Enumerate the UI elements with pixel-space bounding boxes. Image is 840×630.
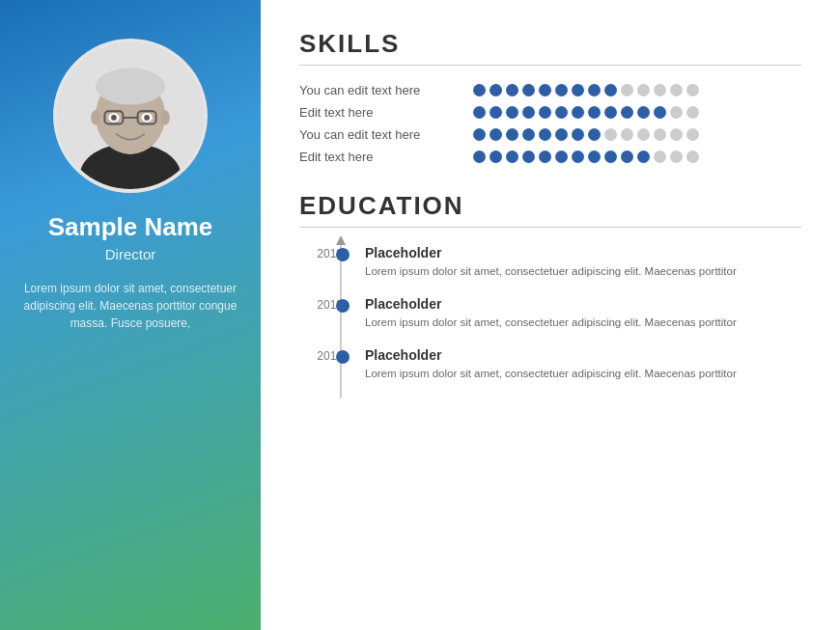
- person-bio: Lorem ipsum dolor sit amet, consectetuer…: [19, 280, 241, 332]
- dot-filled: [604, 151, 617, 163]
- dot-empty: [654, 84, 666, 96]
- dot-filled: [555, 84, 568, 96]
- skill-row: Edit text here: [299, 150, 801, 164]
- dot-empty: [686, 151, 699, 163]
- dot-empty: [670, 106, 683, 119]
- person-title: Director: [105, 246, 156, 262]
- dot-filled: [555, 106, 568, 119]
- dot-filled: [572, 84, 584, 96]
- dot-empty: [637, 128, 650, 141]
- skill-dots: [473, 84, 699, 96]
- dot-filled: [539, 106, 551, 119]
- dot-empty: [670, 151, 683, 163]
- dot-filled: [637, 106, 650, 119]
- dot-filled: [621, 106, 633, 119]
- dot-filled: [539, 84, 551, 96]
- dot-empty: [621, 84, 633, 96]
- dot-filled: [490, 128, 502, 141]
- skill-dots: [473, 128, 699, 141]
- education-section: EDUCATION 2013PlaceholderLorem ipsum dol…: [299, 191, 801, 611]
- svg-point-12: [91, 110, 100, 124]
- timeline-content: PlaceholderLorem ipsum dolor sit amet, c…: [357, 245, 737, 279]
- dot-empty: [686, 106, 699, 119]
- timeline-desc: Lorem ipsum dolor sit amet, consectetuer…: [365, 366, 737, 381]
- person-name: Sample Name: [48, 212, 213, 242]
- dot-filled: [473, 128, 486, 141]
- timeline-heading: Placeholder: [365, 347, 737, 363]
- dot-filled: [522, 151, 535, 163]
- skill-row: You can edit text here: [299, 83, 801, 97]
- dot-empty: [604, 128, 617, 141]
- dot-filled: [637, 151, 650, 163]
- dot-empty: [686, 84, 699, 96]
- timeline-dot: [336, 299, 350, 313]
- timeline-dot: [336, 248, 350, 261]
- dot-empty: [654, 151, 666, 163]
- right-panel: SKILLS You can edit text hereEdit text h…: [261, 0, 840, 630]
- dot-filled: [588, 151, 601, 163]
- dot-filled: [522, 106, 535, 119]
- dot-empty: [670, 128, 683, 141]
- skill-dots: [473, 106, 699, 119]
- dot-filled: [506, 106, 518, 119]
- dot-filled: [604, 84, 617, 96]
- dot-filled: [588, 128, 601, 141]
- dot-filled: [473, 106, 486, 119]
- skills-section-title: SKILLS: [299, 29, 801, 59]
- dot-filled: [572, 151, 584, 163]
- avatar: [53, 39, 208, 193]
- dot-empty: [621, 128, 633, 141]
- skill-label: Edit text here: [299, 105, 454, 120]
- skill-row: Edit text here: [299, 105, 801, 120]
- dot-filled: [588, 84, 601, 96]
- timeline-content: PlaceholderLorem ipsum dolor sit amet, c…: [357, 347, 737, 381]
- dot-filled: [539, 151, 551, 163]
- dot-empty: [637, 84, 650, 96]
- dot-filled: [588, 106, 601, 119]
- dot-filled: [506, 151, 518, 163]
- dot-empty: [670, 84, 683, 96]
- timeline-line: [340, 245, 342, 398]
- dot-filled: [473, 84, 486, 96]
- dot-filled: [522, 128, 535, 141]
- dot-filled: [490, 151, 502, 163]
- skill-row: You can edit text here: [299, 127, 801, 142]
- timeline: 2013PlaceholderLorem ipsum dolor sit ame…: [299, 245, 801, 398]
- skills-list: You can edit text hereEdit text hereYou …: [299, 83, 801, 164]
- dot-filled: [490, 106, 502, 119]
- skill-label: You can edit text here: [299, 83, 454, 97]
- timeline-heading: Placeholder: [365, 296, 737, 312]
- dot-filled: [506, 128, 518, 141]
- dot-filled: [506, 84, 518, 96]
- dot-filled: [572, 128, 584, 141]
- timeline-desc: Lorem ipsum dolor sit amet, consectetuer…: [365, 315, 737, 330]
- timeline-content: PlaceholderLorem ipsum dolor sit amet, c…: [357, 296, 737, 330]
- dot-filled: [654, 106, 666, 119]
- dot-filled: [572, 106, 584, 119]
- skills-divider: [299, 65, 801, 66]
- skill-label: You can edit text here: [299, 127, 454, 142]
- timeline-item: 2013PlaceholderLorem ipsum dolor sit ame…: [357, 245, 801, 279]
- education-divider: [299, 227, 801, 228]
- dot-filled: [539, 128, 551, 141]
- svg-point-11: [144, 115, 150, 121]
- timeline-item: 2011PlaceholderLorem ipsum dolor sit ame…: [357, 347, 801, 381]
- dot-filled: [522, 84, 535, 96]
- skill-label: Edit text here: [299, 150, 454, 164]
- dot-filled: [555, 128, 568, 141]
- dot-empty: [686, 128, 699, 141]
- timeline-arrow: [336, 235, 346, 245]
- svg-point-4: [96, 68, 165, 105]
- timeline-heading: Placeholder: [365, 245, 737, 260]
- dot-filled: [490, 84, 502, 96]
- dot-empty: [654, 128, 666, 141]
- dot-filled: [621, 151, 633, 163]
- skill-dots: [473, 151, 699, 163]
- svg-point-10: [111, 115, 117, 121]
- dot-filled: [473, 151, 486, 163]
- dot-filled: [555, 151, 568, 163]
- education-section-title: EDUCATION: [299, 191, 801, 221]
- timeline-desc: Lorem ipsum dolor sit amet, consectetuer…: [365, 263, 737, 279]
- timeline-item: 2012PlaceholderLorem ipsum dolor sit ame…: [357, 296, 801, 330]
- timeline-dot: [336, 350, 350, 364]
